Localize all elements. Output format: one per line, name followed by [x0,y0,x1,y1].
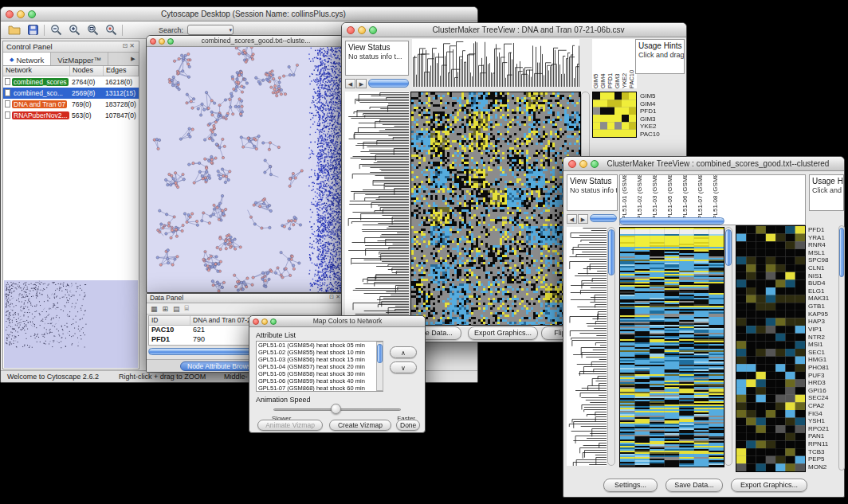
minimize-button[interactable] [159,38,165,45]
treeview-combined-titlebar[interactable]: ClusterMaker TreeView : combined_scores_… [563,157,844,171]
open-session-button[interactable] [7,24,22,37]
main-titlebar[interactable]: Cytoscape Desktop (Session Name: collins… [1,7,477,21]
network-row[interactable]: combined_sco... 2569(8) 13112(15) [3,88,139,99]
create-vizmap-button[interactable]: Create Vizmap [329,420,391,431]
tree-hscrollbar[interactable] [368,79,409,88]
heatmap-vscrollbar[interactable] [724,227,732,466]
attribute-list-item[interactable]: GPL51-06 (GSM859) heat shock 40 min [257,377,383,385]
tab-overflow-arrow[interactable]: ▶ [128,53,139,65]
scroll-thumb[interactable] [608,229,614,275]
save-session-button[interactable] [26,24,40,37]
search-dropdown-arrow[interactable]: ▾ [230,25,233,35]
settings-button[interactable]: Settings... [603,479,658,492]
row-id: PFD1 [149,335,190,345]
col-nodes[interactable]: Nodes [70,66,104,76]
tab-network[interactable]: ◆ Network [3,53,51,65]
search-input[interactable]: ▾ [187,25,234,35]
scroll-thumb[interactable] [839,228,844,277]
attribute-list-item[interactable]: GPL51-04 (GSM857) heat shock 20 min [257,363,383,370]
network-list: combined_scores 2764(0) 16218(0) combine… [3,76,139,121]
close-button[interactable] [150,38,156,45]
network-overview-thumbnail[interactable] [4,280,138,368]
col-edges[interactable]: Edges [104,66,139,76]
minimize-button[interactable] [358,26,366,34]
usage-hints-title: Usage Hints [810,175,843,186]
zoom-button[interactable] [28,10,36,18]
dendrogram-vscrollbar[interactable] [607,227,615,466]
zoom-in-icon[interactable] [67,24,81,37]
column-dendrogram[interactable] [412,39,579,87]
network-doc-icon [5,100,10,107]
treeview-dna-title: ClusterMaker TreeView : DNA and Tran 07-… [379,25,678,34]
minimize-button[interactable] [17,10,25,18]
tree-hscrollbar[interactable] [590,214,617,222]
correlation-matrix-heatmap[interactable] [592,92,637,138]
dialog-titlebar[interactable]: Map Colors to Network [249,316,425,327]
scroll-right-button[interactable]: ▶ [578,214,588,224]
search-label: Search: [159,26,183,34]
minimize-button[interactable] [579,160,587,168]
global-expression-heatmap[interactable] [619,227,724,467]
zoom-button[interactable] [369,26,377,34]
move-down-button[interactable]: ∨ [390,361,417,373]
attribute-list-item[interactable]: GPL51-02 (GSM855) heat shock 10 min [257,349,383,356]
zoom-fit-icon[interactable] [85,24,100,37]
zoom-button[interactable] [591,160,599,168]
col-id[interactable]: ID [149,316,190,325]
tab-vizmapper[interactable]: VizMapper™ [51,53,108,65]
export-graphics-button[interactable]: Export Graphics... [468,326,538,340]
matrix-column-label: GIM3 [614,39,621,88]
expression-heatmap[interactable] [410,92,581,326]
close-panel-icon[interactable]: ✕ [129,42,136,49]
create-attribute-icon[interactable]: ⊞ [163,305,169,313]
attribute-list-item[interactable]: GPL51-07 (GSM868) heat shock 60 min [257,385,383,392]
network-view-titlebar[interactable]: combined_scores_good.txt--cluste... [147,36,344,47]
gene-label: RPN11 [808,440,837,448]
move-up-button[interactable]: ∧ [390,346,417,358]
treeview-combined-title: ClusterMaker TreeView : combined_scores_… [600,159,836,168]
network-row[interactable]: RNAPuberNov2... 563(0) 107847(0) [3,110,139,121]
float-panel-icon[interactable]: ⊡ [123,42,130,49]
animate-vizmap-button[interactable]: Animate Vizmap [257,420,323,431]
done-button[interactable]: Done [396,420,420,431]
close-button[interactable] [253,318,259,325]
close-button[interactable] [6,10,14,18]
import-matrix-icon[interactable]: ⌸ [185,304,189,313]
zoom-expression-heatmap[interactable] [736,225,806,472]
gene-list-vscrollbar[interactable] [838,225,845,471]
attribute-list-scrollbar[interactable] [376,342,383,391]
scroll-left-button[interactable]: ◀ [345,79,355,88]
scroll-left-button[interactable]: ◀ [567,214,577,224]
row-dendrogram[interactable] [345,92,409,324]
network-graph-canvas[interactable] [147,47,345,292]
treeview-dna-titlebar[interactable]: ClusterMaker TreeView : DNA and Tran 07-… [342,23,686,37]
view-status-box: View Status No status info t... [567,174,618,211]
heatmap-hscrollbar[interactable] [619,217,724,225]
col-network[interactable]: Network [3,66,70,76]
attribute-list-item[interactable]: GPL51-03 (GSM856) heat shock 15 min [257,356,383,363]
data-panel-titlebar[interactable]: Data Panel ⊡✕ [147,294,344,303]
network-row[interactable]: combined_scores 2764(0) 16218(0) [3,76,139,88]
zoom-out-icon[interactable] [49,24,63,37]
close-button[interactable] [347,26,355,34]
network-row[interactable]: DNA and Tran 07 769(0) 183728(0) [3,99,139,110]
attribute-list-icon[interactable]: ▤ [173,305,180,313]
select-attributes-icon[interactable]: ▦ [151,305,158,313]
speed-slider-thumb[interactable] [331,404,341,414]
scroll-thumb[interactable] [377,344,383,363]
zoom-selected-icon[interactable] [104,24,118,37]
scroll-thumb[interactable] [725,229,732,266]
gene-dendrogram[interactable] [567,227,607,466]
attribute-list[interactable]: GPL51-01 (GSM854) heat shock 05 minGPL51… [256,341,383,392]
close-button[interactable] [568,160,576,168]
gene-label-list: PFD1YRA1RNR4MSL1SPC98CLN1NIS1BUD4ELG1MAK… [808,226,837,471]
attribute-list-item[interactable]: GPL51-01 (GSM854) heat shock 05 min [257,342,383,349]
network-view-window: combined_scores_good.txt--cluste... [146,35,345,293]
scroll-right-button[interactable]: ▶ [356,79,367,88]
float-panel-icon[interactable]: ⊡ [329,294,336,299]
minimize-button[interactable] [261,318,268,325]
save-data-button[interactable]: Save Data... [665,479,723,492]
attribute-list-item[interactable]: GPL51-05 (GSM858) heat shock 30 min [257,370,383,377]
usage-hints-text: Click and drag to... [810,186,843,195]
export-graphics-button[interactable]: Export Graphics... [731,479,807,492]
